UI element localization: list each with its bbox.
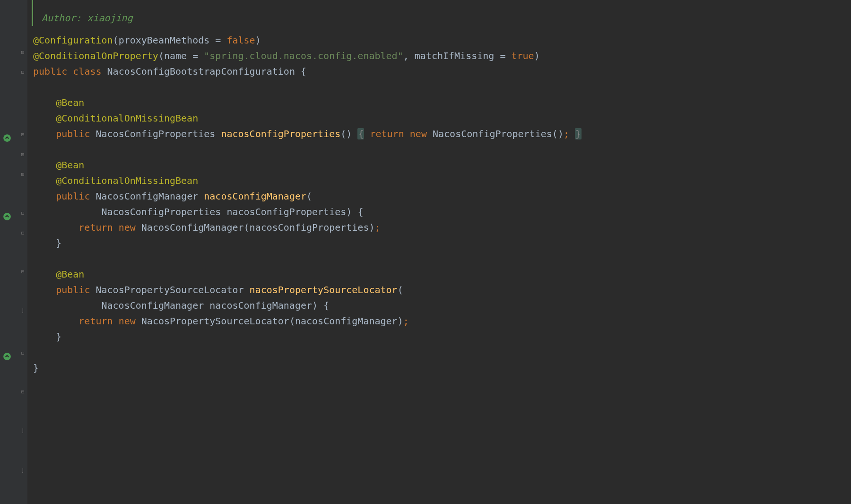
param-name: nacosConfigProperties [226, 206, 346, 217]
annotation: @Bean [56, 97, 84, 108]
type: NacosConfigProperties [433, 128, 552, 139]
keyword: public [56, 191, 90, 202]
gutter: ⊟ ⊟ ⊟ ⊟ ⊞ ⊟ ⊟ ⊟ ⌋ ⊟ ⊟ ⌋ ⌋ [0, 0, 27, 504]
param: name = [164, 50, 204, 61]
method-name: nacosPropertySourceLocator [250, 284, 398, 295]
type: NacosConfigManager [96, 191, 198, 202]
annotation: @ConditionalOnMissingBean [56, 175, 198, 186]
keyword: new [410, 128, 427, 139]
code-line: @ConditionalOnProperty(name = "spring.cl… [33, 48, 851, 64]
code-line: @ConditionalOnMissingBean [33, 111, 851, 126]
keyword: return [78, 315, 113, 327]
type: NacosPropertySourceLocator [141, 315, 289, 327]
keyword: return [370, 128, 404, 139]
code-line: @Bean [33, 267, 851, 282]
fold-toggle[interactable]: ⊟ [20, 151, 26, 157]
type: NacosConfigManager [141, 222, 244, 233]
override-method-icon[interactable] [3, 131, 11, 140]
javadoc-block [32, 0, 851, 10]
code-line: @Bean [33, 157, 851, 173]
param: proxyBeanMethods = [119, 35, 227, 46]
fold-end[interactable]: ⌋ [20, 427, 26, 433]
keyword: public [33, 66, 67, 77]
svg-point-0 [3, 134, 11, 142]
keyword: public [56, 128, 90, 139]
type: NacosPropertySourceLocator [96, 284, 243, 295]
fold-toggle[interactable]: ⊟ [20, 269, 26, 274]
code-line: @Configuration(proxyBeanMethods = false) [33, 33, 851, 48]
fold-toggle[interactable]: ⊞ [20, 171, 26, 177]
code-line: } [33, 235, 851, 251]
param-name: nacosConfigManager [295, 315, 398, 327]
keyword-false: false [226, 35, 255, 46]
fold-toggle[interactable]: ⊟ [20, 389, 26, 394]
javadoc-author-label: Author: [42, 10, 81, 26]
override-method-icon[interactable] [3, 350, 11, 358]
fold-toggle[interactable]: ⊟ [20, 69, 26, 75]
keyword: class [73, 66, 101, 77]
keyword-true: true [511, 50, 534, 61]
param-name: nacosConfigProperties [250, 222, 369, 233]
param-name: nacosConfigManager [209, 300, 312, 311]
fold-toggle[interactable]: ⊟ [20, 49, 26, 55]
code-line: public NacosConfigManager nacosConfigMan… [33, 189, 851, 204]
annotation: @Configuration [33, 35, 113, 46]
code-line: NacosConfigManager nacosConfigManager) { [33, 298, 851, 313]
type: NacosConfigManager [102, 300, 204, 311]
code-line: @ConditionalOnMissingBean [33, 173, 851, 189]
keyword: new [119, 222, 136, 233]
code-line: return new NacosConfigManager(nacosConfi… [33, 220, 851, 235]
code-line: } [33, 360, 851, 376]
code-line: } [33, 329, 851, 345]
fold-toggle[interactable]: ⊟ [20, 210, 26, 216]
annotation: @ConditionalOnProperty [33, 50, 158, 61]
keyword: return [78, 222, 113, 233]
fold-end[interactable]: ⌋ [20, 467, 26, 473]
javadoc-author-line: Author: xiaojing [32, 10, 851, 26]
svg-point-2 [3, 353, 11, 360]
type: NacosConfigProperties [96, 128, 215, 139]
svg-point-1 [3, 213, 11, 220]
code-line: public NacosConfigProperties nacosConfig… [33, 126, 851, 142]
fold-toggle[interactable]: ⊟ [20, 131, 26, 137]
method-name: nacosConfigManager [204, 191, 306, 202]
code-line: @Bean [33, 95, 851, 111]
class-name: NacosConfigBootstrapConfiguration [107, 66, 295, 77]
type: NacosConfigProperties [102, 206, 221, 217]
annotation: @Bean [56, 159, 84, 171]
param: , matchIfMissing = [403, 50, 512, 61]
string-literal: "spring.cloud.nacos.config.enabled" [204, 50, 403, 61]
code-line: NacosConfigProperties nacosConfigPropert… [33, 204, 851, 220]
annotation: @Bean [56, 269, 84, 280]
method-name: nacosConfigProperties [221, 128, 340, 139]
code-area[interactable]: Author: xiaojing @Configuration(proxyBea… [27, 0, 851, 504]
keyword: new [119, 315, 136, 327]
javadoc-author-value: xiaojing [87, 10, 132, 26]
javadoc-author-name [81, 10, 87, 26]
keyword: public [56, 284, 90, 295]
code-line: public class NacosConfigBootstrapConfigu… [33, 64, 851, 79]
annotation: @ConditionalOnMissingBean [56, 113, 198, 124]
fold-toggle[interactable]: ⊟ [20, 350, 26, 356]
code-line: return new NacosPropertySourceLocator(na… [33, 313, 851, 329]
code-line: public NacosPropertySourceLocator nacosP… [33, 282, 851, 298]
code-editor: ⊟ ⊟ ⊟ ⊟ ⊞ ⊟ ⊟ ⊟ ⌋ ⊟ ⊟ ⌋ ⌋ Author: xiaoji… [0, 0, 851, 504]
override-method-icon[interactable] [3, 210, 11, 218]
fold-end[interactable]: ⌋ [20, 307, 26, 313]
fold-toggle[interactable]: ⊟ [20, 230, 26, 235]
